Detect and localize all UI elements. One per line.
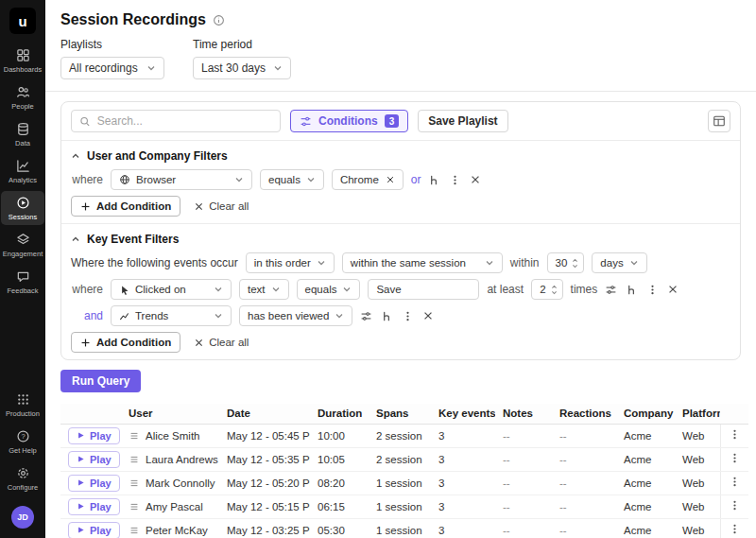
and-connector[interactable]: and <box>71 309 103 322</box>
sidebar-item-dashboards[interactable]: Dashboards <box>1 43 44 78</box>
sidebar-item-feedback[interactable]: Feedback <box>1 265 44 299</box>
play-button[interactable]: Play <box>68 475 120 492</box>
conditions-button[interactable]: Conditions 3 <box>290 110 408 132</box>
app-logo[interactable]: u <box>9 8 36 34</box>
add-condition-button[interactable]: Add Condition <box>71 196 180 217</box>
session-company: Acme <box>616 518 675 538</box>
drag-handle-icon[interactable] <box>129 430 140 442</box>
add-condition-button[interactable]: Add Condition <box>71 332 180 353</box>
nest-icon[interactable] <box>626 284 638 296</box>
field-select[interactable]: Browser <box>111 169 252 190</box>
playlists-select[interactable]: All recordings <box>60 57 164 79</box>
event-operator-value: equals <box>305 284 337 295</box>
play-button[interactable]: Play <box>68 427 120 444</box>
clear-all-link[interactable]: Clear all <box>194 337 249 348</box>
user-name[interactable]: Peter McKay <box>146 525 208 536</box>
search-input[interactable] <box>97 114 272 128</box>
key-event-filters-header[interactable]: Key Event Filters <box>71 229 730 252</box>
stepper-down-icon[interactable] <box>572 264 578 269</box>
session-date: May 12 - 05:35 PM <box>219 447 310 471</box>
order-select[interactable]: in this order <box>246 252 335 273</box>
attribute-select[interactable]: text <box>239 279 289 300</box>
user-name[interactable]: Mark Connolly <box>146 477 215 489</box>
session-company: Acme <box>616 447 675 471</box>
run-query-button[interactable]: Run Query <box>60 370 141 392</box>
sidebar-item-sessions[interactable]: Sessions <box>1 191 44 225</box>
settings-sliders-icon[interactable] <box>360 310 372 322</box>
sidebar-item-engagement[interactable]: Engagement <box>1 228 44 262</box>
user-name[interactable]: Laura Andrews <box>146 454 218 465</box>
row-menu-icon[interactable] <box>729 476 741 488</box>
condition-connector: where <box>71 173 103 186</box>
play-button-label: Play <box>90 477 112 489</box>
condition-row-actions <box>360 310 434 322</box>
attribute-select-value: text <box>248 284 266 295</box>
settings-sliders-icon[interactable] <box>605 284 617 296</box>
info-icon[interactable] <box>213 14 225 26</box>
save-playlist-button[interactable]: Save Playlist <box>418 110 507 132</box>
stepper-up-icon[interactable] <box>572 258 578 263</box>
user-company-filters-header[interactable]: User and Company Filters <box>71 146 730 169</box>
stepper-arrows[interactable] <box>551 285 558 295</box>
nest-icon[interactable] <box>428 174 440 186</box>
user-name[interactable]: Alice Smith <box>146 430 200 442</box>
session-company: Acme <box>616 424 675 447</box>
remove-condition-icon[interactable] <box>667 284 679 295</box>
table-row: Play Laura Andrews May 12 - 05:35 PM 10:… <box>60 447 748 471</box>
time-period-select[interactable]: Last 30 days <box>193 57 291 79</box>
session-platform: Web <box>675 424 720 447</box>
row-menu-icon[interactable] <box>729 452 741 464</box>
play-icon <box>77 431 85 440</box>
remove-condition-icon[interactable] <box>422 310 434 321</box>
stepper-down-icon[interactable] <box>551 290 558 295</box>
drag-handle-icon[interactable] <box>129 454 140 465</box>
drag-handle-icon[interactable] <box>129 501 140 512</box>
sidebar-item-analytics[interactable]: Analytics <box>1 154 44 188</box>
row-menu-icon[interactable] <box>729 523 741 535</box>
user-avatar[interactable]: JD <box>11 506 34 529</box>
unit-select[interactable]: days <box>592 252 646 273</box>
remove-condition-icon[interactable] <box>470 174 481 185</box>
drag-handle-icon[interactable] <box>129 525 140 536</box>
play-button[interactable]: Play <box>68 522 120 538</box>
event-value-input[interactable] <box>368 279 479 300</box>
sidebar-item-production[interactable]: Production <box>1 388 44 422</box>
more-options-icon[interactable] <box>646 284 659 296</box>
or-connector[interactable]: or <box>411 173 421 186</box>
operator-select[interactable]: equals <box>260 169 324 190</box>
scope-select[interactable]: within the same session <box>342 252 503 273</box>
play-button[interactable]: Play <box>68 498 120 515</box>
row-menu-icon[interactable] <box>729 499 741 512</box>
session-notes: -- <box>495 495 552 518</box>
more-options-icon[interactable] <box>449 174 461 186</box>
more-options-icon[interactable] <box>402 310 414 322</box>
event-operator-select[interactable]: equals <box>297 279 361 300</box>
user-name[interactable]: Amy Pascal <box>146 501 203 512</box>
value-chip[interactable]: Chrome <box>332 169 404 190</box>
within-value-stepper[interactable]: 30 <box>547 252 585 273</box>
remove-chip-icon[interactable] <box>386 175 395 184</box>
sidebar-item-data[interactable]: Data <box>1 117 44 151</box>
playlists-filter-group: Playlists All recordings <box>60 38 164 79</box>
nest-icon[interactable] <box>381 310 393 322</box>
row-menu-icon[interactable] <box>729 428 741 441</box>
play-button[interactable]: Play <box>68 451 120 468</box>
sidebar-item-people[interactable]: People <box>1 80 44 114</box>
event-operator-select[interactable]: has been viewed <box>239 305 352 326</box>
stepper-arrows[interactable] <box>572 258 578 269</box>
stepper-up-icon[interactable] <box>551 285 558 289</box>
count-stepper[interactable]: 2 <box>531 279 562 300</box>
drag-handle-icon[interactable] <box>129 477 140 489</box>
sidebar-item-label: Sessions <box>9 213 37 221</box>
playlists-select-value: All recordings <box>69 61 138 75</box>
event-select[interactable]: Clicked on <box>111 279 232 300</box>
clear-all-link[interactable]: Clear all <box>194 200 249 212</box>
event-select[interactable]: Trends <box>111 305 232 326</box>
table-view-button[interactable] <box>708 110 730 132</box>
search-box[interactable] <box>71 110 281 132</box>
sidebar-item-get-help[interactable]: ? Get Help <box>1 425 44 459</box>
sidebar-item-label: Get Help <box>9 446 37 455</box>
chevron-down-icon <box>214 311 223 321</box>
time-period-label: Time period <box>193 38 291 51</box>
sidebar-item-configure[interactable]: Configure <box>1 461 44 495</box>
